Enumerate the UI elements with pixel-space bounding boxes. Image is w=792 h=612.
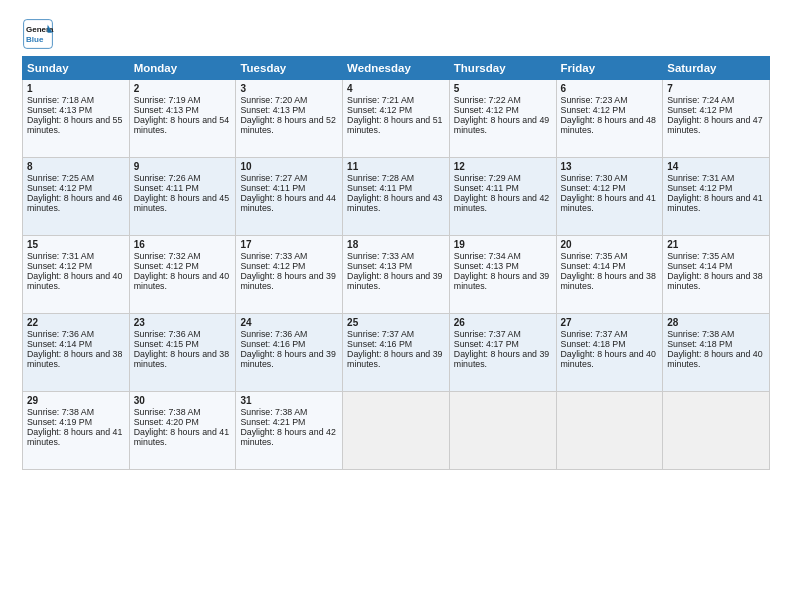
col-header-monday: Monday [129,57,236,80]
logo-icon: General Blue [22,18,54,50]
daylight: Daylight: 8 hours and 42 minutes. [454,193,549,213]
day-cell: 25Sunrise: 7:37 AMSunset: 4:16 PMDayligh… [343,314,450,392]
sunset: Sunset: 4:12 PM [667,105,732,115]
daylight: Daylight: 8 hours and 40 minutes. [667,349,762,369]
sunset: Sunset: 4:19 PM [27,417,92,427]
sunset: Sunset: 4:11 PM [347,183,412,193]
sunset: Sunset: 4:12 PM [27,261,92,271]
sunrise: Sunrise: 7:35 AM [561,251,628,261]
day-cell: 12Sunrise: 7:29 AMSunset: 4:11 PMDayligh… [449,158,556,236]
day-cell [449,392,556,470]
daylight: Daylight: 8 hours and 39 minutes. [240,349,335,369]
day-number: 8 [27,161,125,172]
daylight: Daylight: 8 hours and 41 minutes. [561,193,656,213]
sunrise: Sunrise: 7:33 AM [240,251,307,261]
day-cell: 26Sunrise: 7:37 AMSunset: 4:17 PMDayligh… [449,314,556,392]
sunrise: Sunrise: 7:36 AM [134,329,201,339]
day-cell: 3Sunrise: 7:20 AMSunset: 4:13 PMDaylight… [236,80,343,158]
day-cell: 9Sunrise: 7:26 AMSunset: 4:11 PMDaylight… [129,158,236,236]
daylight: Daylight: 8 hours and 45 minutes. [134,193,229,213]
sunrise: Sunrise: 7:25 AM [27,173,94,183]
day-number: 3 [240,83,338,94]
day-cell: 30Sunrise: 7:38 AMSunset: 4:20 PMDayligh… [129,392,236,470]
day-number: 11 [347,161,445,172]
day-number: 1 [27,83,125,94]
day-cell: 24Sunrise: 7:36 AMSunset: 4:16 PMDayligh… [236,314,343,392]
sunset: Sunset: 4:12 PM [667,183,732,193]
week-row-3: 15Sunrise: 7:31 AMSunset: 4:12 PMDayligh… [23,236,770,314]
day-number: 6 [561,83,659,94]
daylight: Daylight: 8 hours and 41 minutes. [27,427,122,447]
sunset: Sunset: 4:12 PM [561,105,626,115]
logo: General Blue [22,18,58,50]
day-number: 7 [667,83,765,94]
day-number: 25 [347,317,445,328]
daylight: Daylight: 8 hours and 46 minutes. [27,193,122,213]
day-cell [663,392,770,470]
daylight: Daylight: 8 hours and 38 minutes. [134,349,229,369]
day-number: 20 [561,239,659,250]
sunrise: Sunrise: 7:31 AM [27,251,94,261]
day-number: 19 [454,239,552,250]
sunrise: Sunrise: 7:29 AM [454,173,521,183]
page: General Blue SundayMondayTuesdayWednesda… [0,0,792,612]
daylight: Daylight: 8 hours and 49 minutes. [454,115,549,135]
day-number: 10 [240,161,338,172]
sunset: Sunset: 4:11 PM [454,183,519,193]
sunrise: Sunrise: 7:31 AM [667,173,734,183]
sunrise: Sunrise: 7:35 AM [667,251,734,261]
day-cell: 16Sunrise: 7:32 AMSunset: 4:12 PMDayligh… [129,236,236,314]
day-number: 9 [134,161,232,172]
col-header-saturday: Saturday [663,57,770,80]
daylight: Daylight: 8 hours and 40 minutes. [27,271,122,291]
sunrise: Sunrise: 7:27 AM [240,173,307,183]
day-number: 2 [134,83,232,94]
day-number: 16 [134,239,232,250]
sunrise: Sunrise: 7:33 AM [347,251,414,261]
day-cell: 10Sunrise: 7:27 AMSunset: 4:11 PMDayligh… [236,158,343,236]
day-cell: 20Sunrise: 7:35 AMSunset: 4:14 PMDayligh… [556,236,663,314]
day-number: 13 [561,161,659,172]
sunset: Sunset: 4:18 PM [667,339,732,349]
week-row-4: 22Sunrise: 7:36 AMSunset: 4:14 PMDayligh… [23,314,770,392]
sunset: Sunset: 4:14 PM [27,339,92,349]
day-cell: 29Sunrise: 7:38 AMSunset: 4:19 PMDayligh… [23,392,130,470]
sunset: Sunset: 4:12 PM [454,105,519,115]
day-cell: 18Sunrise: 7:33 AMSunset: 4:13 PMDayligh… [343,236,450,314]
day-cell: 14Sunrise: 7:31 AMSunset: 4:12 PMDayligh… [663,158,770,236]
daylight: Daylight: 8 hours and 42 minutes. [240,427,335,447]
day-cell: 5Sunrise: 7:22 AMSunset: 4:12 PMDaylight… [449,80,556,158]
day-cell: 27Sunrise: 7:37 AMSunset: 4:18 PMDayligh… [556,314,663,392]
col-header-friday: Friday [556,57,663,80]
header: General Blue [22,18,770,50]
day-number: 5 [454,83,552,94]
sunset: Sunset: 4:11 PM [134,183,199,193]
sunset: Sunset: 4:15 PM [134,339,199,349]
sunrise: Sunrise: 7:32 AM [134,251,201,261]
daylight: Daylight: 8 hours and 54 minutes. [134,115,229,135]
daylight: Daylight: 8 hours and 38 minutes. [561,271,656,291]
sunset: Sunset: 4:17 PM [454,339,519,349]
sunrise: Sunrise: 7:24 AM [667,95,734,105]
day-cell: 21Sunrise: 7:35 AMSunset: 4:14 PMDayligh… [663,236,770,314]
sunrise: Sunrise: 7:38 AM [134,407,201,417]
daylight: Daylight: 8 hours and 47 minutes. [667,115,762,135]
sunrise: Sunrise: 7:20 AM [240,95,307,105]
svg-text:Blue: Blue [26,35,44,44]
sunset: Sunset: 4:13 PM [27,105,92,115]
sunset: Sunset: 4:18 PM [561,339,626,349]
daylight: Daylight: 8 hours and 44 minutes. [240,193,335,213]
daylight: Daylight: 8 hours and 48 minutes. [561,115,656,135]
sunset: Sunset: 4:14 PM [561,261,626,271]
sunrise: Sunrise: 7:37 AM [347,329,414,339]
daylight: Daylight: 8 hours and 40 minutes. [134,271,229,291]
day-cell: 22Sunrise: 7:36 AMSunset: 4:14 PMDayligh… [23,314,130,392]
day-cell: 2Sunrise: 7:19 AMSunset: 4:13 PMDaylight… [129,80,236,158]
daylight: Daylight: 8 hours and 39 minutes. [240,271,335,291]
calendar-table: SundayMondayTuesdayWednesdayThursdayFrid… [22,56,770,470]
day-cell: 15Sunrise: 7:31 AMSunset: 4:12 PMDayligh… [23,236,130,314]
sunrise: Sunrise: 7:23 AM [561,95,628,105]
day-number: 17 [240,239,338,250]
sunset: Sunset: 4:20 PM [134,417,199,427]
day-cell: 19Sunrise: 7:34 AMSunset: 4:13 PMDayligh… [449,236,556,314]
